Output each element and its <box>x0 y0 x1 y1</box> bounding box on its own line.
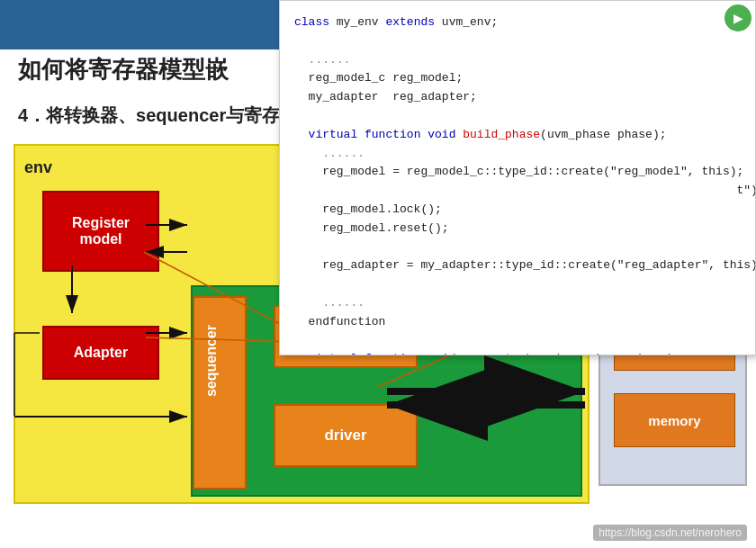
memory-dut-box: memory <box>614 393 735 447</box>
watermark: https://blog.csdn.net/nerohero <box>593 525 747 541</box>
code-popup: class my_env extends uvm_env; ...... reg… <box>279 0 756 355</box>
code-line-14: reg_adapter = my_adapter::type_id::creat… <box>294 256 741 275</box>
code-line-10: t") <box>294 182 741 201</box>
sequencer-box: sequencer <box>193 296 247 490</box>
code-line-7: virtual function void build_phase(uvm_ph… <box>294 126 741 145</box>
sequencer-label: sequencer <box>203 325 220 397</box>
code-line-15 <box>294 275 741 294</box>
code-line-18 <box>294 332 741 351</box>
code-line-6 <box>294 107 741 126</box>
env-label: env <box>24 158 52 177</box>
register-model-label: Registermodel <box>72 215 130 247</box>
driver-box: driver <box>274 404 418 467</box>
code-line-4: reg_model_c reg_model; <box>294 69 741 88</box>
code-line-2 <box>294 32 741 51</box>
driver-label: driver <box>324 427 366 445</box>
adapter-label: Adapter <box>74 345 128 361</box>
memory-dut-label: memory <box>648 413 700 428</box>
register-model-box: Registermodel <box>42 191 159 272</box>
code-line-3: ...... <box>294 51 741 70</box>
code-line-1: class my_env extends uvm_env; <box>294 13 741 32</box>
code-line-12: reg_model.reset(); <box>294 220 741 238</box>
code-line-11: reg_model.lock(); <box>294 201 741 220</box>
adapter-box: Adapter <box>42 326 159 380</box>
corner-button[interactable]: ▶ <box>724 4 752 31</box>
code-line-9: reg_model = reg_model_c::type_id::create… <box>294 163 741 182</box>
page-title: 如何将寄存器模型嵌 <box>18 54 229 85</box>
code-line-8: ...... <box>294 145 741 164</box>
code-line-17: endfunction <box>294 313 741 332</box>
code-line-16: ...... <box>294 294 741 313</box>
code-line-13 <box>294 238 741 257</box>
code-line-19: virtual function void connect_phase(uvm_… <box>294 350 741 355</box>
code-line-5: my_adapter reg_adapter; <box>294 88 741 107</box>
